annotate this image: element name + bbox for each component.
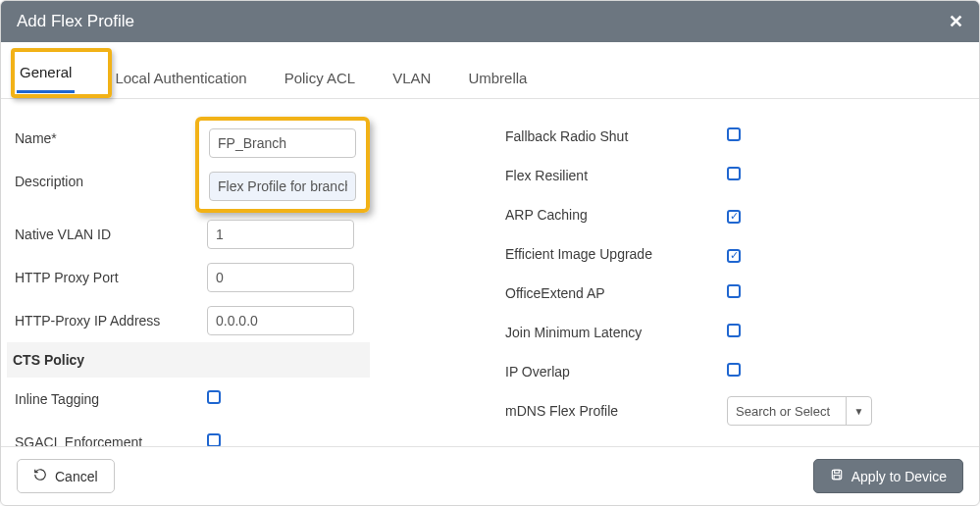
right-column: Fallback Radio Shut Flex Resilient ARP C…	[501, 117, 933, 436]
tab-local-authentication[interactable]: Local Authentication	[112, 60, 249, 98]
http-proxy-port-input[interactable]	[207, 263, 354, 292]
tab-umbrella[interactable]: Umbrella	[465, 60, 530, 98]
http-proxy-ip-label: HTTP-Proxy IP Address	[11, 313, 207, 329]
http-proxy-port-label: HTTP Proxy Port	[11, 270, 207, 285]
cts-policy-header: CTS Policy	[7, 342, 370, 378]
svg-rect-1	[834, 470, 839, 473]
modal-body: Name* Description Native VLAN ID HTTP Pr…	[1, 99, 979, 446]
fallback-radio-shut-checkbox[interactable]	[727, 127, 741, 141]
http-proxy-ip-input[interactable]	[207, 306, 354, 335]
tab-policy-acl[interactable]: Policy ACL	[282, 60, 359, 98]
save-icon	[830, 468, 844, 484]
flex-resilient-label: Flex Resilient	[501, 168, 727, 183]
highlight-name-desc	[195, 117, 370, 213]
description-label: Description	[11, 174, 207, 189]
ip-overlap-checkbox[interactable]	[727, 363, 741, 377]
apply-to-device-button[interactable]: Apply to Device	[813, 459, 963, 493]
cancel-button[interactable]: Cancel	[17, 459, 115, 493]
officeextend-ap-checkbox[interactable]	[727, 284, 741, 298]
inline-tagging-checkbox[interactable]	[207, 390, 221, 404]
modal-footer: Cancel Apply to Device	[1, 446, 979, 505]
apply-label: Apply to Device	[851, 469, 947, 484]
mdns-placeholder: Search or Select	[728, 397, 846, 425]
description-input[interactable]	[209, 172, 356, 201]
tab-bar: General Local Authentication Policy ACL …	[1, 42, 979, 99]
fallback-radio-shut-label: Fallback Radio Shut	[501, 128, 727, 144]
name-label: Name*	[11, 130, 207, 146]
sgacl-enforcement-label: SGACL Enforcement	[11, 434, 207, 446]
chevron-down-icon[interactable]: ▼	[846, 397, 871, 425]
join-minimum-latency-checkbox[interactable]	[727, 324, 741, 337]
tab-general[interactable]: General	[17, 54, 75, 92]
modal-header: Add Flex Profile ✕	[1, 1, 979, 42]
inline-tagging-label: Inline Tagging	[11, 391, 207, 407]
mdns-flex-profile-label: mDNS Flex Profile	[501, 403, 727, 419]
efficient-image-upgrade-checkbox[interactable]	[727, 249, 741, 263]
cancel-label: Cancel	[55, 469, 98, 484]
modal-title: Add Flex Profile	[17, 12, 134, 31]
native-vlan-input[interactable]	[207, 220, 354, 249]
sgacl-enforcement-checkbox[interactable]	[207, 433, 221, 446]
close-icon[interactable]: ✕	[949, 11, 963, 32]
join-minimum-latency-label: Join Minimum Latency	[501, 325, 727, 340]
flex-resilient-checkbox[interactable]	[727, 167, 741, 180]
native-vlan-label: Native VLAN ID	[11, 227, 207, 242]
ip-overlap-label: IP Overlap	[501, 364, 727, 380]
highlight-general-tab: General	[11, 48, 112, 98]
add-flex-profile-modal: Add Flex Profile ✕ General Local Authent…	[0, 0, 980, 506]
mdns-flex-profile-select[interactable]: Search or Select ▼	[727, 396, 872, 426]
left-column: Name* Description Native VLAN ID HTTP Pr…	[11, 117, 442, 436]
name-input[interactable]	[209, 128, 356, 158]
svg-rect-2	[834, 476, 840, 480]
arp-caching-checkbox[interactable]	[727, 210, 741, 224]
arp-caching-label: ARP Caching	[501, 207, 727, 223]
undo-icon	[33, 468, 47, 484]
efficient-image-upgrade-label: Efficient Image Upgrade	[501, 246, 727, 262]
officeextend-ap-label: OfficeExtend AP	[501, 285, 727, 301]
tab-vlan[interactable]: VLAN	[389, 60, 434, 98]
